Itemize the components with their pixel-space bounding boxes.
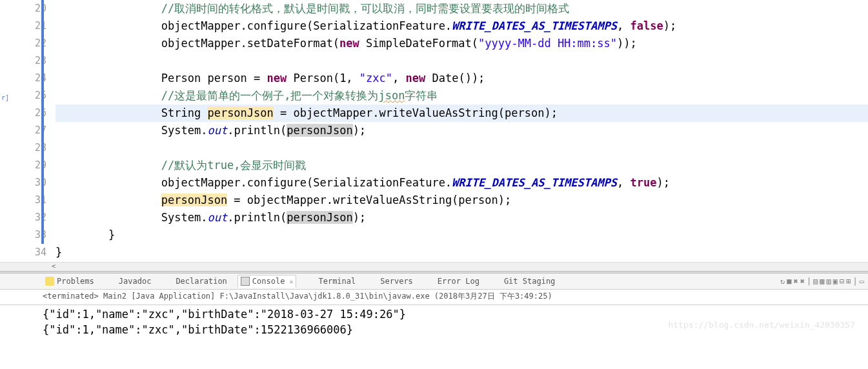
- toolbar-icon[interactable]: |: [853, 277, 858, 286]
- code-line[interactable]: //取消时间的转化格式，默认是时间戳，可以取消，同时需要设置要表现的时间格式: [56, 0, 868, 17]
- outline-label: r]: [1, 94, 9, 101]
- code-line[interactable]: String personJson = objectMapper.writeVa…: [56, 105, 868, 122]
- left-margin: [0, 0, 14, 262]
- decl-icon: [164, 277, 173, 286]
- code-line[interactable]: Person person = new Person(1, "zxc", new…: [56, 70, 868, 87]
- view-tab-label: Declaration: [176, 277, 227, 286]
- code-line[interactable]: System.out.println(personJson);: [56, 209, 868, 226]
- view-tab-label: Git Staging: [504, 277, 555, 286]
- view-tab-label: Problems: [57, 277, 94, 286]
- view-tab-servers[interactable]: Servers: [366, 275, 416, 287]
- view-tab-error-log[interactable]: Error Log: [423, 275, 482, 287]
- console-toolbar: ↻■✖✖|▤▦▥▣⊟⊞|▭: [780, 277, 868, 286]
- code-line[interactable]: [56, 52, 868, 70]
- code-line[interactable]: personJson = objectMapper.writeValueAsSt…: [56, 192, 868, 209]
- scroll-left-icon[interactable]: <: [52, 263, 56, 270]
- toolbar-icon[interactable]: ⊞: [846, 277, 851, 286]
- git-icon: [492, 277, 501, 286]
- view-tab-label: Error Log: [438, 277, 479, 286]
- view-tab-terminal[interactable]: Terminal: [304, 275, 358, 287]
- view-tab-label: Javadoc: [119, 277, 152, 286]
- code-content[interactable]: //取消时间的转化格式，默认是时间戳，可以取消，同时需要设置要表现的时间格式 o…: [50, 0, 868, 262]
- toolbar-icon[interactable]: ↻: [780, 277, 785, 286]
- view-tab-label: Servers: [380, 277, 413, 286]
- servers-icon: [368, 277, 378, 286]
- view-tab-console[interactable]: Console✕: [237, 275, 297, 288]
- terminated-label: <terminated> Main2 [Java Application] F:…: [0, 290, 868, 305]
- javadoc-icon: [107, 277, 116, 286]
- code-line[interactable]: //默认为true,会显示时间戳: [56, 157, 868, 174]
- console-icon: [241, 277, 250, 286]
- toolbar-icon[interactable]: ▭: [860, 277, 864, 286]
- view-tab-label: Terminal: [318, 277, 356, 286]
- toolbar-icon[interactable]: ■: [787, 277, 791, 286]
- code-line[interactable]: objectMapper.configure(SerializationFeat…: [56, 174, 868, 192]
- view-tab-javadoc[interactable]: Javadoc: [105, 275, 154, 287]
- code-line[interactable]: [56, 139, 868, 157]
- code-line[interactable]: //这是最简单的一个例子,把一个对象转换为json字符串: [56, 87, 868, 105]
- view-tab-label: Console: [252, 277, 285, 286]
- view-tab-git-staging[interactable]: Git Staging: [490, 275, 558, 287]
- code-line[interactable]: objectMapper.configure(SerializationFeat…: [56, 17, 868, 35]
- code-line[interactable]: objectMapper.setDateFormat(new SimpleDat…: [56, 35, 868, 52]
- toolbar-icon[interactable]: ▣: [833, 277, 838, 286]
- code-line[interactable]: }: [56, 244, 868, 261]
- close-icon[interactable]: ✕: [289, 278, 293, 285]
- change-marker: [41, 0, 44, 244]
- toolbar-icon[interactable]: |: [807, 277, 811, 286]
- watermark: https://blog.csdn.net/weixin_42030357: [668, 320, 855, 330]
- view-tab-declaration[interactable]: Declaration: [161, 275, 229, 287]
- line-number: 34: [14, 244, 46, 261]
- code-editor[interactable]: 202122232425262728293031323334 //取消时间的转化…: [0, 0, 868, 271]
- views-tabbar: ProblemsJavadocDeclarationConsole✕Termin…: [0, 274, 868, 290]
- problems-icon: [45, 277, 54, 286]
- code-line[interactable]: System.out.println(personJson);: [56, 122, 868, 139]
- toolbar-icon[interactable]: ✖: [800, 277, 805, 286]
- horizontal-scrollbar[interactable]: <: [0, 262, 868, 271]
- toolbar-icon[interactable]: ▤: [813, 277, 818, 286]
- terminal-icon: [307, 277, 316, 286]
- code-line[interactable]: }: [56, 226, 868, 244]
- toolbar-icon[interactable]: ✖: [793, 277, 798, 286]
- toolbar-icon[interactable]: ▥: [827, 277, 831, 286]
- line-number-gutter: 202122232425262728293031323334: [14, 0, 50, 262]
- toolbar-icon[interactable]: ⊟: [840, 277, 844, 286]
- view-tab-problems[interactable]: Problems: [43, 275, 97, 287]
- error-icon: [426, 277, 435, 286]
- toolbar-icon[interactable]: ▦: [820, 277, 824, 286]
